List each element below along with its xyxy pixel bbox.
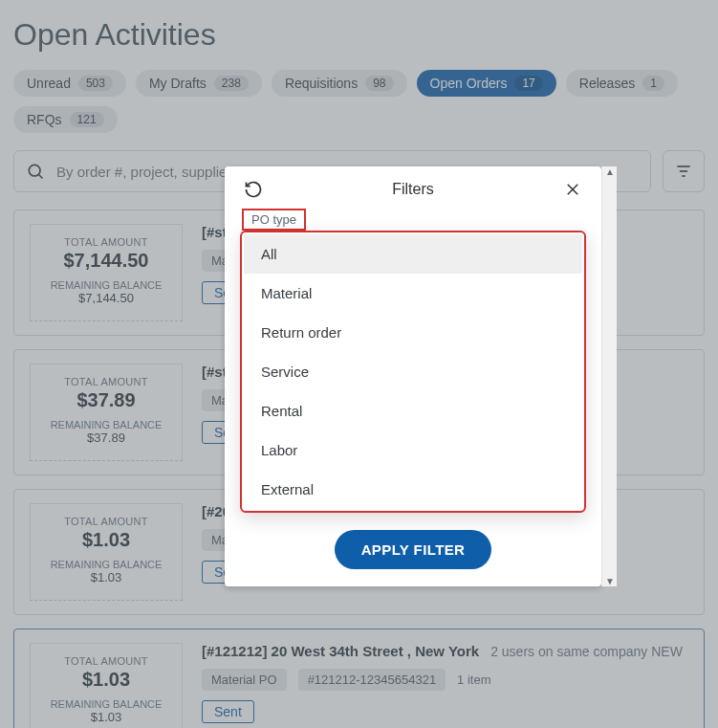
po-type-option-external[interactable]: External [244,470,582,509]
filters-modal: Filters PO type All Material Return orde… [225,166,601,586]
refresh-icon [244,180,263,199]
close-button[interactable] [559,176,586,203]
po-type-dropdown[interactable]: All Material Return order Service Rental… [240,231,586,513]
po-type-option-service[interactable]: Service [244,352,582,391]
modal-scrollbar[interactable] [601,166,617,586]
apply-filter-button[interactable]: APPLY FILTER [335,530,492,569]
po-type-option-all[interactable]: All [244,234,582,274]
modal-title: Filters [267,181,559,198]
po-type-option-return-order[interactable]: Return order [244,313,582,352]
po-type-option-labor[interactable]: Labor [244,430,582,470]
reset-filters-button[interactable] [240,176,267,203]
po-type-option-material[interactable]: Material [244,274,582,313]
po-type-option-rental[interactable]: Rental [244,391,582,430]
close-icon [564,181,581,198]
po-type-field-label: PO type [242,209,306,231]
